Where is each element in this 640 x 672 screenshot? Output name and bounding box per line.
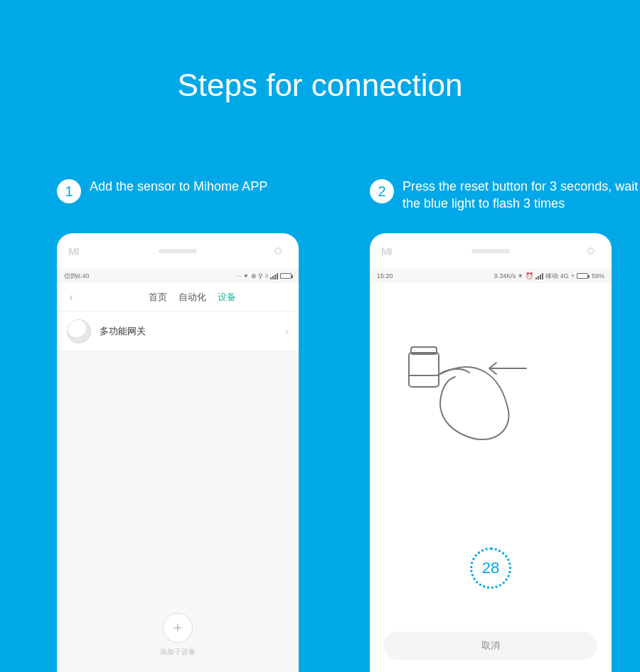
step-1: 1 Add the sensor to Mihome APP MI 信鸽6:40… xyxy=(57,178,334,672)
plus-icon: + xyxy=(571,272,575,279)
status-icons: 9.34K/s ⁕ ⏰ 移动 4G + 59% xyxy=(494,272,604,281)
screen-body: 28 取消 xyxy=(370,283,612,672)
screen-body: + 添加子设备 xyxy=(57,351,299,672)
status-speed: 9.34K/s xyxy=(494,272,516,279)
battery-icon xyxy=(577,273,588,279)
add-device-area: + 添加子设备 xyxy=(160,613,196,657)
status-icons: ··· ⁕ ⊕ ⚲ ⫴ xyxy=(236,272,292,280)
phone-mockup-2: MI 15:20 9.34K/s ⁕ ⏰ 移动 4G + 59% xyxy=(370,233,612,672)
status-time: 信鸽6:40 xyxy=(64,272,90,281)
tab-home[interactable]: 首页 xyxy=(149,291,167,304)
status-time: 15:20 xyxy=(377,272,393,279)
countdown-timer: 28 xyxy=(470,548,511,589)
network-label: 移动 4G xyxy=(545,272,569,281)
tab-devices[interactable]: 设备 xyxy=(218,291,236,304)
step-number-badge: 2 xyxy=(370,179,394,203)
step-number-badge: 1 xyxy=(57,179,81,203)
speaker-slot xyxy=(159,249,197,253)
cancel-button[interactable]: 取消 xyxy=(384,631,597,660)
device-label: 多功能网关 xyxy=(100,325,285,338)
step-header: 1 Add the sensor to Mihome APP xyxy=(57,178,334,213)
step-header: 2 Press the reset button for 3 seconds, … xyxy=(370,178,640,213)
phone-hardware-top: MI xyxy=(370,233,612,269)
chevron-right-icon: › xyxy=(285,326,289,337)
battery-percent: 59% xyxy=(592,272,604,279)
add-device-button[interactable]: + xyxy=(163,613,193,643)
step-2: 2 Press the reset button for 3 seconds, … xyxy=(370,178,640,672)
front-camera xyxy=(274,247,282,255)
device-row-gateway[interactable]: 多功能网关 › xyxy=(57,311,299,351)
signal-icon xyxy=(535,273,543,279)
speaker-slot xyxy=(471,249,510,253)
back-chevron-icon[interactable]: ‹ xyxy=(57,291,85,304)
status-bar: 信鸽6:40 ··· ⁕ ⊕ ⚲ ⫴ xyxy=(57,269,299,283)
tab-bar: 首页 自动化 设备 xyxy=(85,291,299,304)
svg-rect-0 xyxy=(409,353,439,387)
step-description: Press the reset button for 3 seconds, wa… xyxy=(402,178,640,213)
status-bar: 15:20 9.34K/s ⁕ ⏰ 移动 4G + 59% xyxy=(370,269,612,283)
phone-hardware-top: MI xyxy=(57,233,299,269)
battery-icon xyxy=(280,273,292,279)
alarm-icon: ⏰ xyxy=(526,272,533,279)
gateway-icon xyxy=(67,319,91,343)
signal-icon xyxy=(270,273,278,279)
app-nav-bar: ‹ 首页 自动化 设备 xyxy=(57,283,299,311)
step-description: Add the sensor to Mihome APP xyxy=(90,178,267,195)
press-reset-illustration xyxy=(370,326,612,468)
add-device-label: 添加子设备 xyxy=(160,647,196,657)
phone-mockup-1: MI 信鸽6:40 ··· ⁕ ⊕ ⚲ ⫴ ‹ 首页 自动化 设备 多功能网关 … xyxy=(57,233,299,672)
tab-automation[interactable]: 自动化 xyxy=(178,291,206,304)
bluetooth-icon: ⁕ xyxy=(518,272,523,279)
mi-logo: MI xyxy=(68,245,79,257)
mi-logo: MI xyxy=(381,245,392,257)
page-title: Steps for connection xyxy=(0,68,640,103)
front-camera xyxy=(587,247,594,255)
